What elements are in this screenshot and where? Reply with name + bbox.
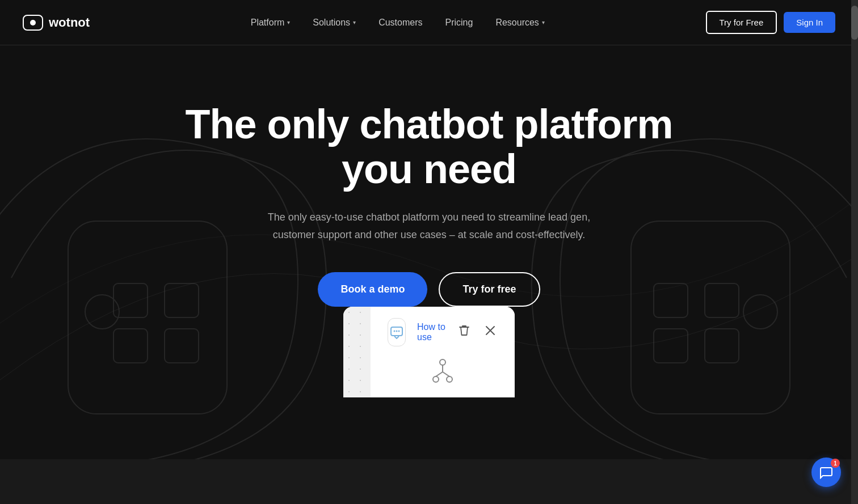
chat-widget-button[interactable]: 1 [811, 458, 841, 487]
svg-point-13 [394, 330, 396, 332]
nav-item-platform[interactable]: Platform ▾ [242, 12, 300, 33]
panel-body [388, 352, 498, 386]
svg-rect-1 [113, 283, 148, 317]
try-free-hero-button[interactable]: Try for free [439, 272, 540, 307]
chat-icon [388, 318, 406, 346]
page-scrollbar[interactable] [851, 0, 858, 504]
svg-point-15 [398, 330, 400, 332]
logo-icon [23, 15, 43, 31]
brand-name: wotnot [49, 15, 90, 30]
panel-left-dotted [343, 307, 371, 397]
svg-point-16 [440, 359, 445, 365]
hero-subtitle: The only easy-to-use chatbot platform yo… [247, 209, 611, 243]
book-demo-button[interactable]: Book a demo [318, 272, 427, 307]
nav-actions: Try for Free Sign In [706, 11, 836, 34]
how-to-use-link[interactable]: How to use [417, 322, 445, 342]
svg-rect-3 [113, 329, 148, 363]
svg-point-11 [743, 295, 777, 329]
hero-section: The only chatbot platform you need The o… [0, 45, 858, 459]
nav-item-resources[interactable]: Resources ▾ [486, 12, 553, 33]
hero-title: The only chatbot platform you need [185, 102, 672, 192]
panel-toolbar: How to use [388, 318, 498, 352]
nav-item-pricing[interactable]: Pricing [436, 12, 482, 33]
close-button[interactable] [483, 323, 498, 341]
svg-rect-4 [165, 329, 199, 363]
svg-point-18 [447, 376, 452, 382]
bottom-panel: How to use [343, 307, 515, 397]
svg-point-5 [85, 295, 119, 329]
hero-buttons: Book a demo Try for free [185, 272, 672, 307]
svg-rect-8 [705, 283, 739, 317]
chevron-down-icon: ▾ [287, 19, 290, 26]
svg-point-17 [433, 376, 439, 382]
hero-content: The only chatbot platform you need The o… [185, 102, 672, 307]
chevron-down-icon: ▾ [542, 19, 545, 26]
nav-item-solutions[interactable]: Solutions ▾ [304, 12, 365, 33]
navbar: wotnot Platform ▾ Solutions ▾ Customers … [0, 0, 858, 45]
svg-rect-9 [654, 329, 688, 363]
chat-badge: 1 [831, 459, 840, 468]
chevron-down-icon: ▾ [353, 19, 356, 26]
sign-in-button[interactable]: Sign In [784, 12, 835, 33]
scrollbar-thumb [851, 6, 858, 40]
svg-point-14 [396, 330, 398, 332]
nav-links: Platform ▾ Solutions ▾ Customers Pricing… [242, 12, 554, 33]
delete-button[interactable] [457, 323, 472, 341]
brand-logo[interactable]: wotnot [23, 15, 90, 31]
try-for-free-button[interactable]: Try for Free [706, 11, 777, 34]
nav-item-customers[interactable]: Customers [369, 12, 431, 33]
svg-rect-10 [705, 329, 739, 363]
panel-right: How to use [371, 307, 515, 397]
